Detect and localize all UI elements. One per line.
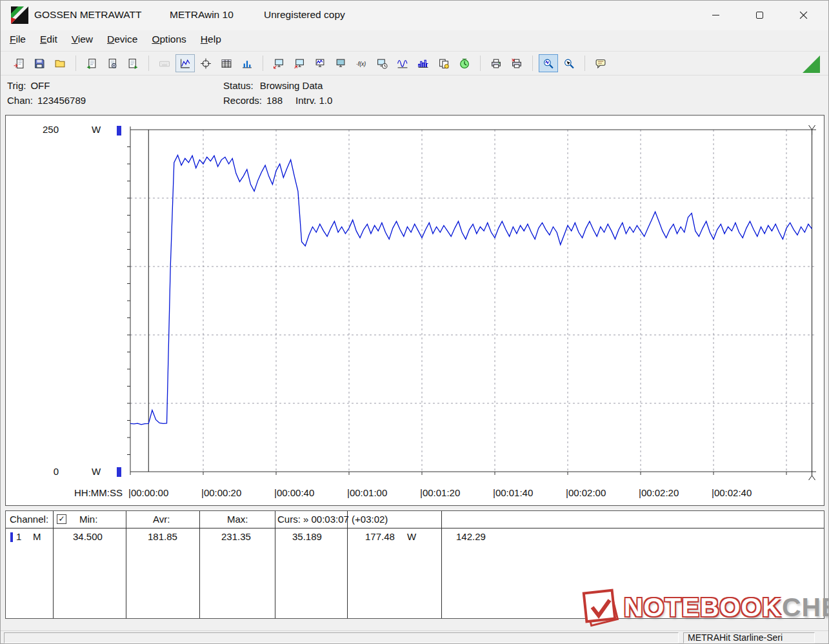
zoom-ptr-icon [563,58,575,69]
resize-corner-icon [803,55,820,73]
close-icon [799,11,808,19]
monitor-icon [335,58,346,69]
status-label: Status: [223,80,254,91]
chan-value: 123456789 [37,95,86,106]
new-file-button[interactable] [9,54,28,72]
print-preview-button[interactable] [486,54,506,72]
line-chart-icon [179,58,191,69]
printer2-icon [511,58,523,69]
menu-options[interactable]: Options [145,30,193,51]
device-upload-button[interactable] [269,54,288,72]
printer-icon [490,58,502,69]
x-tick-label: |00:01:00 [347,487,387,498]
x-tick-label: |00:00:00 [128,487,168,498]
cell-cursor2-unit: W [407,531,416,542]
cell-channel: 1 [16,531,21,542]
y-axis-unit-top: W [92,124,101,135]
toolbar-separator [532,55,533,71]
device-name-field: METRAHit Starline-Seri [683,632,815,643]
records-value: 188 [266,95,283,106]
y-axis-unit-bottom: W [92,466,101,477]
import-data-button[interactable] [82,54,101,72]
x-axis-labels: HH:MM:SS |00:00:00|00:00:20|00:00:40|00:… [6,487,824,503]
link-files-button[interactable] [434,54,454,72]
column-separator [199,511,200,618]
x-tick-label: |00:01:40 [493,487,533,498]
close-button[interactable] [788,1,818,30]
timer-button[interactable] [455,54,474,72]
zoom-q-icon [543,58,554,69]
toolbar-separator [480,55,481,71]
channel-color-marker-bottom [117,467,121,477]
open-file-button[interactable] [50,54,70,72]
bars-icon [241,58,253,69]
histo-icon [417,58,429,69]
brand-title: GOSSEN METRAWATT [34,9,141,21]
menu-view[interactable]: View [65,30,100,51]
trig-label: Trig: [7,80,26,91]
envelope-view-button[interactable] [414,54,433,72]
formula-button[interactable]: -f(x) [352,54,371,72]
x-tick-label: |00:02:20 [639,487,679,498]
status-panel: Trig:OFF Chan:123456789 Status:Browsing … [1,76,828,114]
app-title: METRAwin 10 [170,9,234,21]
toolbar-separator [263,55,263,71]
menu-edit[interactable]: Edit [33,30,65,51]
bar-display-button[interactable] [237,54,257,72]
clock-green-icon [459,58,470,69]
cell-max: 231.35 [221,531,251,542]
cursor-crosshair-button[interactable] [196,54,215,72]
notebookcheck-check-icon [580,587,621,628]
notebookcheck-watermark: NOTEBOOKCHECK [580,587,829,628]
x-tick-label: |00:00:40 [274,487,314,498]
device-monitor-button[interactable] [331,54,350,72]
x-axis-format-label: HH:MM:SS [74,487,123,498]
cell-min: 34.500 [73,531,103,542]
x-tick-label: |00:00:20 [201,487,241,498]
cell-delta: 142.29 [456,531,486,542]
doc-gear-icon [106,58,118,69]
mon-clock-icon [376,58,388,69]
menu-device[interactable]: Device [100,30,145,51]
device-memory-button[interactable] [372,54,392,72]
column-separator [347,511,348,618]
column-separator [53,511,54,618]
plot-svg[interactable] [127,125,817,486]
column-separator [126,511,126,618]
keyboard-icon [159,58,170,69]
x-tick-label: |00:01:20 [420,487,460,498]
header-channel: Channel: [10,514,48,525]
cell-cursor1: 35.189 [292,531,322,542]
table-view-button[interactable] [217,54,236,72]
maximize-button[interactable] [744,1,774,30]
signal-view-button[interactable] [393,54,412,72]
process-data-button[interactable] [103,54,122,72]
device-download-button[interactable] [290,54,309,72]
annotation-button[interactable] [591,54,610,72]
menu-help[interactable]: Help [194,30,228,51]
menu-file[interactable]: File [3,30,33,51]
mon-in-icon [273,58,285,69]
zoom-button[interactable] [539,54,558,72]
chart-view-button[interactable] [175,54,195,72]
chan-label: Chan: [7,95,33,106]
crosshair-icon [200,58,212,69]
svg-text:-f(x): -f(x) [356,60,366,66]
table-icon [221,58,232,69]
menu-bar: FileEditViewDeviceOptionsHelp [1,30,828,51]
export-data-button[interactable] [123,54,143,72]
header-cursor: Curs: » 00:03:07 (+03:02) [277,514,388,525]
zoom-select-button[interactable] [559,54,579,72]
cell-mode: M [33,531,41,542]
doc-out-icon [127,58,139,69]
column-separator [275,511,275,618]
print-button[interactable] [507,54,526,72]
interval-value: Intrv. 1.0 [295,95,332,106]
save-file-button[interactable] [30,54,49,72]
channel-visible-checkbox[interactable]: ✓ [57,514,66,524]
floppy-icon [34,58,45,69]
minimize-button[interactable] [701,1,730,30]
header-divider [6,528,824,528]
wave-icon [397,58,408,69]
device-chart-button[interactable] [310,54,330,72]
